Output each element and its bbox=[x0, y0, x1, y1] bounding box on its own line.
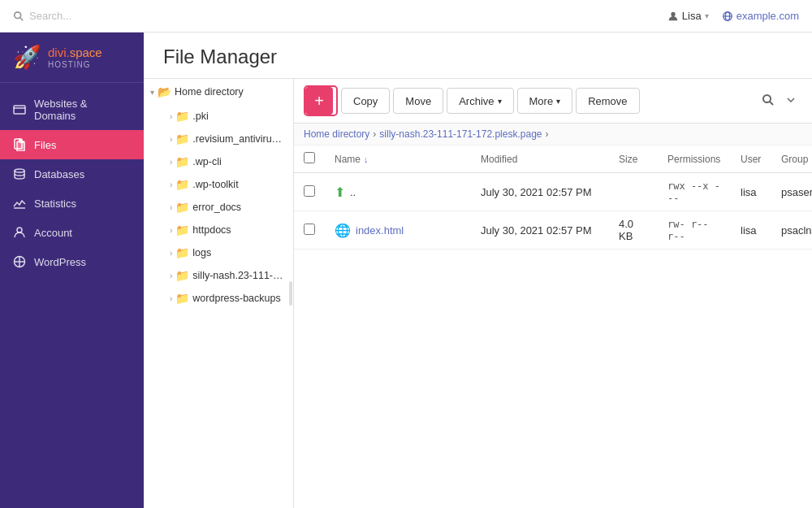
svg-rect-9 bbox=[17, 141, 24, 151]
page-header: File Manager bbox=[144, 33, 812, 79]
sidebar-item-account[interactable]: Account bbox=[0, 218, 144, 247]
add-button[interactable]: + bbox=[305, 87, 333, 115]
tree-item-label: httpdocs bbox=[192, 224, 231, 236]
row-modified: July 30, 2021 02:57 PM bbox=[471, 173, 609, 211]
sidebar-item-files[interactable]: Files bbox=[0, 130, 144, 159]
svg-point-2 bbox=[671, 11, 675, 15]
tree-folder-icon: 📁 bbox=[175, 155, 189, 168]
row-permissions: rwx --x --- bbox=[658, 173, 731, 211]
search-icon bbox=[762, 93, 775, 106]
row-name-cell: 🌐 index.html bbox=[325, 211, 471, 250]
resize-dot bbox=[289, 281, 292, 306]
search-bar[interactable]: Search... bbox=[13, 10, 71, 22]
globe-icon bbox=[722, 11, 733, 22]
tree-folder-icon: 📁 bbox=[175, 201, 189, 214]
tree-item-logs[interactable]: › 📁 logs bbox=[160, 241, 293, 264]
svg-point-14 bbox=[763, 95, 771, 102]
archive-button[interactable]: Archive ▾ bbox=[447, 88, 513, 114]
sidebar-item-wordpress[interactable]: WordPress bbox=[0, 247, 144, 276]
tree-item-wpcli[interactable]: › 📁 .wp-cli bbox=[160, 150, 293, 173]
tree-item-silly-nash[interactable]: › 📁 silly-nash.23-111-171-17… bbox=[160, 264, 293, 287]
breadcrumb-current[interactable]: silly-nash.23-111-171-172.plesk.page bbox=[379, 128, 542, 140]
th-permissions-label: Permissions bbox=[667, 154, 720, 165]
account-icon bbox=[13, 226, 26, 239]
tree-chevron-icon: › bbox=[170, 112, 172, 121]
th-group-label: Group bbox=[781, 154, 808, 165]
sidebar-item-websites-domains[interactable]: Websites & Domains bbox=[0, 89, 144, 130]
row-checkbox[interactable] bbox=[304, 185, 315, 197]
th-group: Group bbox=[771, 145, 812, 173]
row-checkbox-cell bbox=[294, 211, 325, 250]
sidebar-logo: 🚀 divi.space HOSTING bbox=[0, 33, 144, 83]
user-label: Lisa bbox=[682, 10, 702, 22]
tree-chevron-icon: › bbox=[170, 226, 172, 235]
table-row: 🌐 index.html July 30, 2021 02:57 PM 4.0 … bbox=[294, 211, 812, 250]
row-name-cell: ⬆ .. bbox=[325, 173, 471, 211]
tree-item-label: wordpress-backups bbox=[192, 293, 280, 304]
row-size bbox=[609, 173, 658, 211]
row-checkbox[interactable] bbox=[304, 224, 315, 235]
tree-chevron-icon: › bbox=[170, 294, 172, 303]
websites-icon bbox=[13, 103, 26, 116]
logo-rocket-icon: 🚀 bbox=[13, 44, 41, 71]
tree-item-errordocs[interactable]: › 📁 error_docs bbox=[160, 196, 293, 219]
tree-folder-icon: 📁 bbox=[175, 178, 189, 191]
svg-point-10 bbox=[15, 169, 24, 172]
html-file-icon: 🌐 bbox=[335, 223, 351, 238]
copy-button[interactable]: Copy bbox=[341, 88, 390, 114]
tree-item-label: error_docs bbox=[192, 202, 241, 213]
resize-handle[interactable] bbox=[288, 79, 293, 508]
row-name-link[interactable]: index.html bbox=[356, 224, 404, 237]
th-user: User bbox=[731, 145, 771, 173]
permissions-text: rwx --x --- bbox=[667, 180, 720, 204]
select-all-checkbox[interactable] bbox=[304, 152, 315, 163]
th-size: Size bbox=[609, 145, 658, 173]
breadcrumb-home[interactable]: Home directory bbox=[304, 128, 369, 140]
tree-item-revisium[interactable]: › 📁 .revisium_antivirus_cach bbox=[160, 128, 293, 150]
tree-chevron-icon: › bbox=[170, 180, 172, 189]
tree-item-label: .pki bbox=[192, 111, 208, 122]
svg-line-1 bbox=[20, 17, 24, 20]
sidebar-item-statistics[interactable]: Statistics bbox=[0, 189, 144, 218]
th-user-label: User bbox=[741, 154, 761, 165]
tree-item-label: logs bbox=[192, 247, 211, 258]
logo-text-block: divi.space HOSTING bbox=[48, 46, 102, 69]
sidebar-item-websites-domains-label: Websites & Domains bbox=[34, 98, 131, 122]
permissions-text: rw- r-- r-- bbox=[667, 219, 709, 242]
tree-folder-icon: 📁 bbox=[175, 110, 189, 123]
toolbar-expand-button[interactable] bbox=[780, 89, 802, 114]
sidebar-item-account-label: Account bbox=[34, 227, 72, 239]
main-layout: 🚀 divi.space HOSTING Websites & Domains … bbox=[0, 33, 812, 508]
th-name[interactable]: Name ↓ bbox=[325, 145, 471, 173]
tree-item-label: silly-nash.23-111-171-17… bbox=[192, 270, 287, 281]
user-menu[interactable]: Lisa ▾ bbox=[667, 10, 709, 22]
archive-chevron-icon: ▾ bbox=[498, 97, 502, 106]
topbar-right: Lisa ▾ example.com bbox=[667, 10, 799, 22]
user-icon bbox=[667, 11, 679, 22]
row-permissions: rw- r-- r-- bbox=[658, 211, 731, 250]
tree-folder-icon: 📁 bbox=[175, 292, 189, 305]
sidebar-item-databases[interactable]: Databases bbox=[0, 159, 144, 189]
wordpress-icon bbox=[13, 255, 26, 268]
tree-item-pki[interactable]: › 📁 .pki bbox=[160, 105, 293, 128]
tree-folder-icon: 📁 bbox=[175, 269, 189, 282]
tree-root[interactable]: ▾ 📂 Home directory bbox=[144, 79, 293, 105]
row-user: lisa bbox=[731, 211, 771, 250]
files-icon bbox=[13, 138, 26, 151]
tree-chevron-icon: › bbox=[170, 203, 172, 212]
domain-link[interactable]: example.com bbox=[722, 10, 799, 22]
svg-rect-6 bbox=[14, 106, 25, 114]
add-button-wrapper: + bbox=[304, 85, 338, 116]
tree-item-wptoolkit[interactable]: › 📁 .wp-toolkit bbox=[160, 173, 293, 196]
th-modified-label: Modified bbox=[481, 154, 517, 165]
file-manager-body: ▾ 📂 Home directory › 📁 .pki › 📁 .revisiu… bbox=[144, 79, 812, 508]
move-button[interactable]: Move bbox=[393, 88, 443, 114]
search-placeholder: Search... bbox=[29, 10, 71, 22]
sidebar: 🚀 divi.space HOSTING Websites & Domains … bbox=[0, 33, 144, 508]
tree-item-httpdocs[interactable]: › 📁 httpdocs bbox=[160, 219, 293, 241]
more-button[interactable]: More ▾ bbox=[517, 88, 573, 114]
toolbar-search-button[interactable] bbox=[757, 89, 780, 114]
remove-button[interactable]: Remove bbox=[576, 88, 639, 114]
tree-item-wpbackups[interactable]: › 📁 wordpress-backups bbox=[160, 287, 293, 310]
breadcrumb-sep1: › bbox=[373, 128, 376, 140]
